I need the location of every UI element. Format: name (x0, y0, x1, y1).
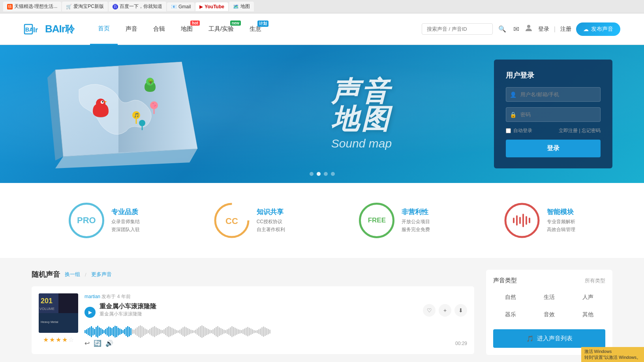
svg-rect-25 (516, 215, 518, 226)
add-button[interactable]: + (439, 304, 451, 317)
feature-free-text: 非营利性 开放公众项目服务完全免费 (402, 207, 430, 233)
nav-item-collection[interactable]: 合辑 (145, 13, 173, 45)
banner-dot-1[interactable] (310, 172, 314, 176)
search-input[interactable] (422, 23, 493, 35)
type-life[interactable]: 生活 (532, 291, 567, 304)
svg-point-18 (139, 120, 145, 126)
shuffle-button[interactable]: 🔄 (94, 340, 101, 347)
hot-badge: hot (190, 21, 200, 26)
login-card: 用户登录 👤 🔒 自动登录 立即注册 | 忘记密码 登录 (494, 60, 612, 168)
nav-item-business[interactable]: 生意 计划 (242, 13, 269, 45)
like-button[interactable]: ♡ (423, 304, 436, 317)
star-4: ★ (62, 336, 68, 343)
forgot-password-link[interactable]: 忘记密码 (582, 128, 601, 133)
smart-icon-circle (504, 203, 540, 238)
feature-cc: CC 知识共享 CC授权协议自主著作权利 (214, 203, 285, 238)
waveform[interactable] (84, 324, 467, 340)
enter-list-button[interactable]: 🎵 进入声音列表 (493, 329, 605, 348)
map-svg: 🌳 🎵 🦩 (32, 58, 205, 168)
password-input[interactable] (506, 107, 601, 122)
register-link[interactable]: 注册 (560, 26, 571, 33)
mail-button[interactable]: ✉ (513, 25, 519, 34)
content-section: 随机声音 换一组 / 更多声音 201 VOLUME Heavy Metal (0, 258, 644, 362)
tab-label: 百度一下，你就知道 (120, 3, 162, 10)
hero-title-line2: 地图 (331, 105, 392, 133)
browser-tab-youtube[interactable]: ▶ YouTube (195, 2, 228, 11)
browser-tab-gmail[interactable]: 📧 Gmail (167, 2, 195, 11)
svg-text:BA: BA (25, 26, 33, 33)
volume-button[interactable]: 🔊 (105, 340, 113, 347)
svg-text:🎵: 🎵 (134, 112, 139, 118)
type-instrument[interactable]: 器乐 (493, 308, 528, 321)
register-link[interactable]: 立即注册 (559, 128, 578, 133)
svg-text:201: 201 (41, 297, 53, 305)
auto-login-checkbox-label[interactable]: 自动登录 (506, 127, 532, 134)
nav-item-map[interactable]: 地图 hot (173, 13, 201, 45)
activate-windows-watermark: 激活 Windows转到"设置"以激活 Windows。 (581, 347, 644, 362)
feature-smart: 智能模块 专业音频解析高效合辑管理 (504, 203, 575, 238)
baidu-favicon: 百 (113, 4, 118, 9)
nav-item-tools[interactable]: 工具/实验 new (201, 13, 242, 45)
logo[interactable]: BA Ir BAIr聆 (24, 21, 74, 37)
replay-button[interactable]: ↩ (84, 340, 90, 347)
tab-label: 爱淘宝PC新版 (73, 3, 104, 10)
change-group-link[interactable]: 换一组 (65, 271, 80, 278)
thumbnail-img: 201 VOLUME Heavy Metal (39, 293, 78, 333)
svg-text:Heavy Metal: Heavy Metal (41, 320, 58, 324)
type-voice[interactable]: 人声 (571, 291, 605, 304)
star-rating: ★ ★ ★ ★ ☆ (43, 336, 74, 343)
star-1: ★ (43, 336, 49, 343)
hero-text-area: 声音 地图 Sound map (229, 78, 494, 150)
svg-rect-29 (529, 218, 530, 223)
more-sounds-link[interactable]: 更多声音 (91, 271, 112, 278)
type-nature[interactable]: 自然 (493, 291, 528, 304)
sound-subtitle: 重金属小车滚滚隆隆 (100, 311, 156, 317)
login-submit-button[interactable]: 登录 (506, 140, 601, 157)
star-2: ★ (49, 336, 55, 343)
sound-title-group: 重金属小车滚滚隆隆 重金属小车滚滚隆隆 (100, 302, 156, 322)
browser-bar: 猫 天猫精选·理想生活... 🛒 爱淘宝PC新版 百 百度一下，你就知道 📧 G… (0, 0, 644, 13)
auto-login-checkbox[interactable] (506, 128, 511, 133)
tianmao-favicon: 猫 (7, 4, 13, 9)
nav-item-sounds[interactable]: 声音 (118, 13, 145, 45)
publish-button[interactable]: ☁ 发布声音 (576, 22, 620, 36)
all-types-label: 所有类型 (585, 277, 605, 284)
sound-main-content: martian 发布于 4 年前 ▶ 重金属小车滚滚隆隆 重金属小车滚滚隆隆 ♡ (84, 293, 467, 347)
star-5: ☆ (68, 336, 74, 343)
hero-banner: 🌳 🎵 🦩 声音 (0, 45, 644, 183)
browser-tab-map[interactable]: 🗺️ 地图 (229, 2, 254, 11)
sound-type-card: 声音类型 所有类型 自然 生活 人声 器乐 音效 其他 🎵 进入声音列表 (486, 270, 612, 355)
sounds-area: 随机声音 换一组 / 更多声音 201 VOLUME Heavy Metal (32, 270, 474, 355)
search-button[interactable]: 🔍 (496, 23, 509, 35)
svg-point-23 (509, 207, 535, 234)
heart-icon: ♡ (427, 307, 432, 313)
download-button[interactable]: ⬇ (454, 304, 467, 317)
pro-icon-circle: PRO (69, 203, 104, 238)
search-icon: 🔍 (498, 25, 506, 33)
cc-svg: CC (214, 203, 250, 238)
user-avatar-button[interactable] (524, 23, 533, 35)
username-input[interactable] (506, 87, 601, 102)
taobao-favicon: 🛒 (66, 4, 72, 9)
browser-tabs: 猫 天猫精选·理想生活... 🛒 爱淘宝PC新版 百 百度一下，你就知道 📧 G… (3, 2, 254, 11)
feature-pro: PRO 专业品质 众录音师集结资深团队入驻 (69, 203, 140, 238)
star-3: ★ (56, 336, 61, 343)
banner-dot-3[interactable] (324, 172, 328, 176)
type-effect[interactable]: 音效 (532, 308, 567, 321)
user-icon (524, 23, 533, 33)
play-icon: ▶ (88, 310, 92, 315)
banner-dot-4[interactable] (331, 172, 335, 176)
svg-rect-26 (519, 217, 521, 224)
nav-item-home[interactable]: 首页 (90, 13, 118, 45)
browser-tab-tianmao[interactable]: 猫 天猫精选·理想生活... (3, 2, 61, 11)
hero-title: 声音 地图 Sound map (331, 78, 392, 150)
nav-links: 首页 声音 合辑 地图 hot 工具/实验 new 生意 计划 (90, 13, 422, 45)
sound-author[interactable]: martian (84, 294, 100, 299)
browser-tab-baidu[interactable]: 百 百度一下，你就知道 (109, 2, 166, 11)
browser-tab-taobao[interactable]: 🛒 爱淘宝PC新版 (62, 2, 108, 11)
type-other[interactable]: 其他 (571, 308, 605, 321)
play-button[interactable]: ▶ (84, 307, 96, 318)
svg-text:🌳: 🌳 (148, 78, 154, 84)
banner-dot-2[interactable] (317, 172, 321, 176)
login-link[interactable]: 登录 (538, 26, 549, 33)
